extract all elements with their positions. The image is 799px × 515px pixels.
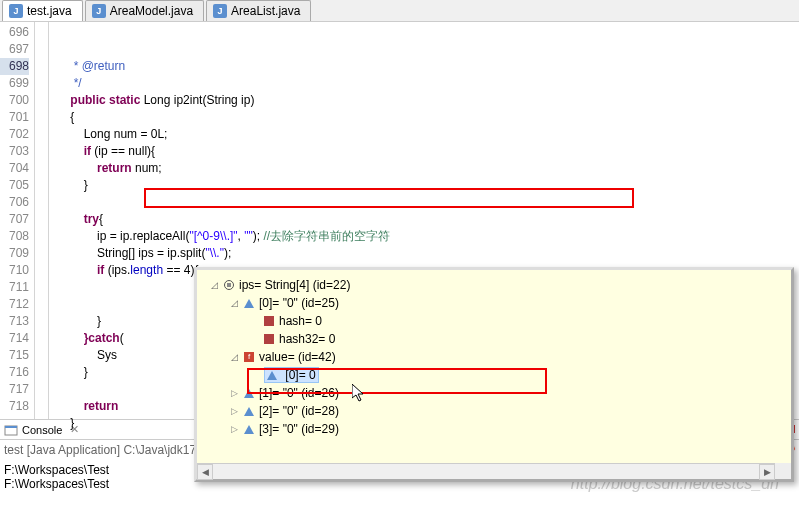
highlight-box-code: [144, 188, 634, 208]
java-file-icon: J: [213, 4, 227, 18]
element-icon: [244, 407, 254, 416]
fold-column[interactable]: [35, 22, 49, 419]
tooltip-hscrollbar[interactable]: ◀ ▶: [197, 463, 775, 479]
tree-node-2[interactable]: [2]= "0" (id=28): [203, 402, 785, 420]
scroll-left-arrow[interactable]: ◀: [197, 464, 213, 480]
console-icon: [4, 423, 18, 437]
editor-tab-arealist[interactable]: J AreaList.java: [206, 0, 311, 21]
debug-hover-tooltip[interactable]: ips= String[4] (id=22) [0]= "0" (id=25) …: [194, 267, 794, 482]
element-icon: [244, 299, 254, 308]
element-icon: [244, 425, 254, 434]
tree-node-hash[interactable]: hash= 0: [203, 312, 785, 330]
final-field-icon: f: [244, 352, 254, 362]
svg-rect-1: [5, 426, 17, 428]
field-icon: [264, 334, 274, 344]
tree-node-value[interactable]: f value= (id=42): [203, 348, 785, 366]
line-number-gutter: 696697698 699700701 702703704 705706707 …: [0, 22, 35, 419]
tab-label: test.java: [27, 4, 72, 18]
field-icon: [264, 316, 274, 326]
tab-label: AreaList.java: [231, 4, 300, 18]
resize-grip[interactable]: [775, 463, 791, 479]
tree-node-3[interactable]: [3]= "0" (id=29): [203, 420, 785, 438]
tab-label: AreaModel.java: [110, 4, 193, 18]
tree-node-ips[interactable]: ips= String[4] (id=22): [203, 276, 785, 294]
tree-node-hash32[interactable]: hash32= 0: [203, 330, 785, 348]
highlight-box-tooltip: [247, 368, 547, 394]
scroll-right-arrow[interactable]: ▶: [759, 464, 775, 480]
editor-tab-areamodel[interactable]: J AreaModel.java: [85, 0, 204, 21]
editor-tab-bar: J test.java J AreaModel.java J AreaList.…: [0, 0, 799, 22]
object-icon: [224, 280, 234, 290]
java-file-icon: J: [9, 4, 23, 18]
java-file-icon: J: [92, 4, 106, 18]
tree-node-0[interactable]: [0]= "0" (id=25): [203, 294, 785, 312]
editor-tab-test[interactable]: J test.java: [2, 0, 83, 21]
